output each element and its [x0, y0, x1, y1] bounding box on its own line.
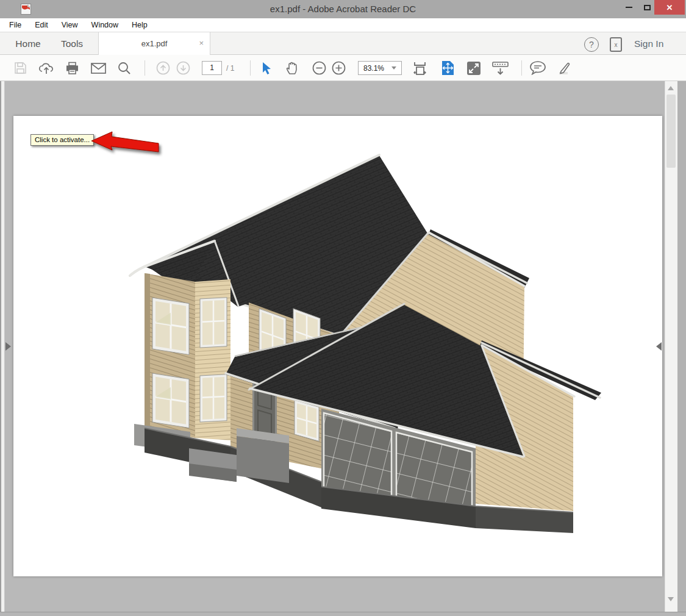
tab-document-label: ex1.pdf	[141, 39, 168, 48]
red-arrow-annotation	[89, 131, 166, 160]
toolbar-hide-icon	[492, 61, 509, 76]
scroll-down-icon[interactable]	[668, 597, 674, 601]
select-tool-button[interactable]	[260, 55, 273, 81]
toolbar-separator	[521, 60, 522, 76]
fullscreen-button[interactable]	[466, 55, 482, 81]
fit-page-button[interactable]	[440, 55, 456, 81]
window-bottom-border	[0, 612, 686, 616]
zoom-level-value: 83.1%	[363, 64, 384, 73]
menu-view[interactable]: View	[62, 21, 78, 29]
tab-home[interactable]: Home	[9, 32, 48, 55]
page-number-input[interactable]: 1	[202, 61, 222, 75]
menu-bar: File Edit View Window Help	[0, 18, 686, 32]
house-rendering[interactable]	[13, 116, 662, 576]
close-button[interactable]: ✕	[654, 0, 685, 15]
share-button[interactable]	[39, 55, 54, 81]
maximize-icon	[644, 5, 651, 10]
click-to-activate-tooltip[interactable]: Click to activate...	[30, 134, 94, 146]
pdf-page: Click to activate...	[13, 116, 662, 576]
maximize-button[interactable]	[638, 0, 656, 15]
cursor-arrow-icon	[262, 62, 272, 75]
minus-circle-icon	[312, 61, 326, 75]
zoom-in-button[interactable]	[331, 55, 346, 81]
hand-icon	[286, 61, 299, 75]
email-button[interactable]	[91, 55, 106, 81]
help-icon[interactable]: ?	[584, 37, 599, 52]
page-total-label: / 1	[226, 55, 234, 81]
cloud-upload-icon	[39, 62, 54, 75]
tab-bar: Home Tools ex1.pdf × ? x Sign In	[0, 32, 686, 55]
title-bar: ex1.pdf - Adobe Acrobat Reader DC ✕	[0, 0, 686, 18]
toolbar-separator	[250, 60, 251, 76]
window-title: ex1.pdf - Adobe Acrobat Reader DC	[0, 0, 686, 18]
minimize-button[interactable]	[620, 0, 638, 15]
next-page-button[interactable]	[176, 55, 191, 81]
save-icon	[14, 62, 27, 74]
read-mode-button[interactable]	[491, 55, 509, 81]
left-panel-collapsed[interactable]	[0, 81, 5, 612]
envelope-icon	[91, 63, 106, 74]
main-toolbar: 1 / 1 83.1%	[0, 55, 686, 81]
right-pane-toggle-icon[interactable]	[656, 342, 662, 351]
tab-tools[interactable]: Tools	[52, 32, 91, 55]
search-button[interactable]	[117, 55, 132, 81]
speech-bubble-icon	[530, 61, 546, 75]
sign-in-button[interactable]: Sign In	[634, 32, 663, 55]
bay-window-upper-left	[152, 298, 189, 355]
hand-tool-button[interactable]	[285, 55, 300, 81]
mobile-device-icon[interactable]: x	[610, 37, 622, 52]
zoom-level-select[interactable]: 83.1%	[358, 61, 402, 75]
menu-help[interactable]: Help	[132, 21, 148, 29]
menu-file[interactable]: File	[9, 21, 21, 29]
minimize-icon	[626, 7, 632, 8]
tab-close-icon[interactable]: ×	[199, 38, 204, 48]
highlight-button[interactable]	[556, 55, 572, 81]
fit-width-button[interactable]	[412, 55, 427, 81]
save-button[interactable]	[13, 55, 27, 81]
fit-page-icon	[441, 60, 454, 76]
fit-width-icon	[412, 61, 427, 76]
scroll-up-icon[interactable]	[668, 86, 674, 90]
print-button[interactable]	[65, 55, 79, 81]
left-pane-toggle-icon[interactable]	[5, 342, 11, 351]
zoom-out-button[interactable]	[312, 55, 326, 81]
page-down-icon	[176, 61, 190, 75]
chevron-down-icon	[391, 66, 396, 70]
plus-circle-icon	[332, 61, 346, 75]
comment-button[interactable]	[530, 55, 546, 81]
scrollbar-thumb[interactable]	[666, 95, 676, 168]
tab-document[interactable]: ex1.pdf ×	[98, 32, 210, 55]
window-right-border	[677, 81, 686, 612]
previous-page-button[interactable]	[155, 55, 171, 81]
menu-edit[interactable]: Edit	[35, 21, 48, 29]
printer-icon	[65, 62, 79, 75]
toolbar-separator	[145, 60, 145, 76]
page-up-icon	[156, 61, 170, 75]
menu-window[interactable]: Window	[91, 21, 118, 29]
document-viewport: Click to activate...	[0, 81, 686, 612]
search-icon	[118, 62, 131, 75]
expand-arrows-icon	[466, 61, 481, 76]
highlighter-pen-icon	[556, 61, 572, 76]
